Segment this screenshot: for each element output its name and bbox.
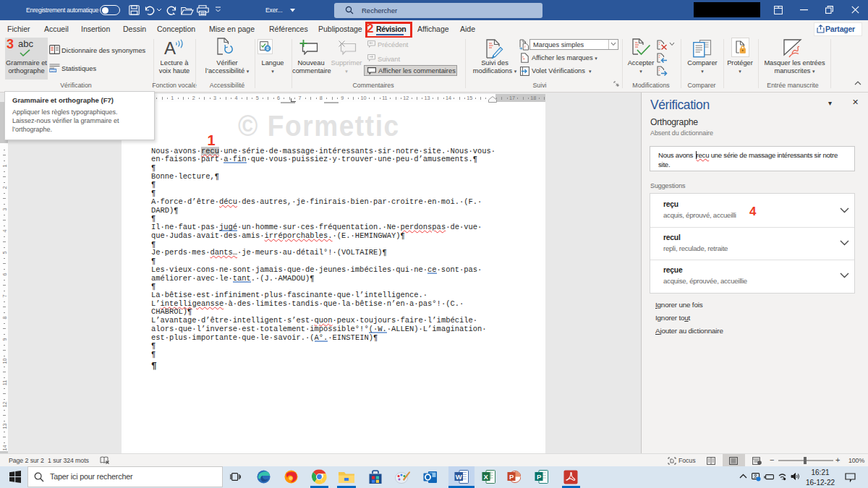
svg-text:P: P xyxy=(509,473,514,481)
svg-text:123: 123 xyxy=(51,69,55,72)
svg-text:X: X xyxy=(484,473,489,481)
svg-text:P: P xyxy=(537,473,542,481)
svg-text:W: W xyxy=(456,473,462,481)
svg-text:!: ! xyxy=(759,461,760,464)
